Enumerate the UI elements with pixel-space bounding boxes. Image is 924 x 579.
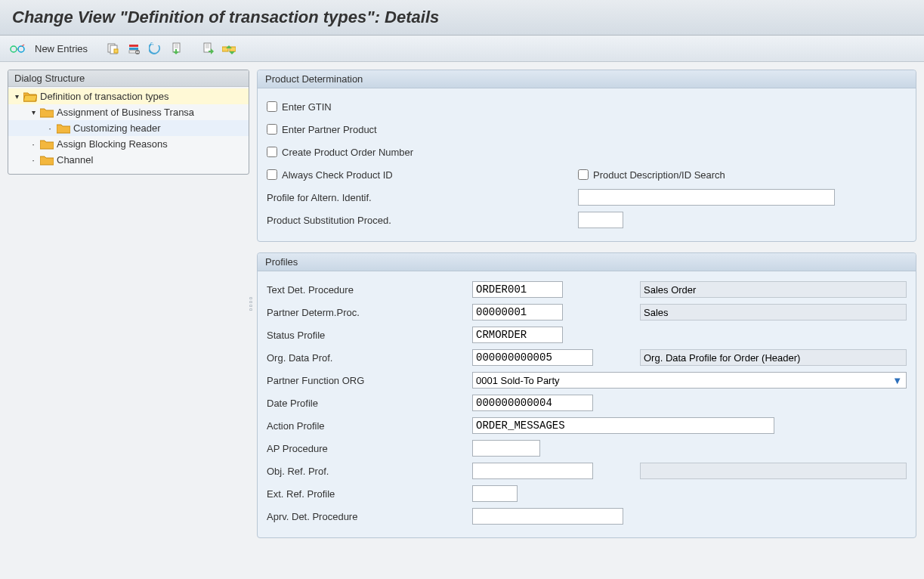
svg-rect-9 <box>136 51 139 52</box>
tree-item-customizing[interactable]: · Customizing header <box>8 120 249 136</box>
text-det-desc <box>640 281 907 298</box>
status-profile-input[interactable] <box>472 327 563 343</box>
date-profile-input[interactable] <box>472 395 593 411</box>
partner-det-desc <box>640 304 907 320</box>
tree-item-channel[interactable]: · Channel <box>8 152 249 168</box>
checkbox-input[interactable] <box>267 124 277 135</box>
leaf-icon: · <box>29 138 37 150</box>
checkbox-label: Enter Partner Product <box>282 124 377 135</box>
page-title: Change View "Definition of transaction t… <box>0 0 924 36</box>
delete-icon[interactable] <box>125 40 142 57</box>
undo-icon[interactable] <box>147 40 163 57</box>
splitter-handle[interactable]: ▫▫▫▫ <box>249 296 253 311</box>
checkbox-label: Create Product Order Number <box>282 147 413 158</box>
field-label: Partner Function ORG <box>267 375 463 386</box>
previous-icon[interactable] <box>168 40 184 57</box>
tree-label: Assign Blocking Reasons <box>57 138 168 150</box>
folder-icon <box>40 155 54 166</box>
sidebar-header: Dialog Structure <box>8 70 249 87</box>
partner-func-input[interactable] <box>472 372 907 389</box>
ext-ref-input[interactable] <box>472 485 518 502</box>
transport-icon[interactable] <box>221 40 237 57</box>
toolbar: New Entries <box>0 36 924 62</box>
tree-label: Channel <box>57 154 93 166</box>
tree-label: Customizing header <box>73 122 161 134</box>
dialog-structure-sidebar: Dialog Structure ▾ Definition of transac… <box>8 70 249 175</box>
action-profile-input[interactable] <box>472 417 774 434</box>
tree-label: Definition of transaction types <box>40 91 169 102</box>
field-label: AP Procedure <box>267 443 463 454</box>
collapse-icon[interactable]: ▾ <box>13 92 20 101</box>
checkbox-label: Product Description/ID Search <box>593 169 725 181</box>
aprv-det-input[interactable] <box>472 508 623 525</box>
svg-rect-4 <box>114 49 118 53</box>
product-determination-panel: Product Determination Enter GTIN Enter P… <box>257 70 916 242</box>
field-label: Action Profile <box>267 420 463 432</box>
checkbox-label: Always Check Product ID <box>282 169 393 181</box>
folder-open-icon <box>23 91 37 102</box>
checkbox-input[interactable] <box>267 169 277 180</box>
panel-header: Product Determination <box>258 70 916 88</box>
enter-gtin-checkbox[interactable]: Enter GTIN <box>267 101 463 113</box>
partner-det-input[interactable] <box>472 304 563 320</box>
checkbox-input[interactable] <box>578 169 589 180</box>
folder-icon <box>57 123 70 134</box>
collapse-icon[interactable]: ▾ <box>29 108 37 116</box>
subst-proced-input[interactable] <box>578 212 623 228</box>
field-label: Org. Data Prof. <box>267 352 463 364</box>
svg-point-1 <box>18 46 24 52</box>
desc-search-checkbox[interactable]: Product Description/ID Search <box>578 169 907 181</box>
next-icon[interactable] <box>199 40 216 57</box>
org-data-desc <box>640 349 907 366</box>
folder-icon <box>40 107 54 118</box>
new-entries-button[interactable]: New Entries <box>30 42 92 56</box>
svg-rect-6 <box>129 48 138 50</box>
profiles-panel: Profiles Text Det. Procedure Partner Det… <box>257 252 916 538</box>
always-check-checkbox[interactable]: Always Check Product ID <box>267 169 569 181</box>
field-label: Status Profile <box>267 330 463 341</box>
profile-altern-input[interactable] <box>578 189 835 206</box>
tree-label: Assignment of Business Transa <box>57 107 194 118</box>
enter-partner-checkbox[interactable]: Enter Partner Product <box>267 124 463 135</box>
checkbox-input[interactable] <box>267 147 277 157</box>
field-label: Product Substitution Proced. <box>267 215 569 226</box>
copy-icon[interactable] <box>104 40 121 57</box>
field-label: Profile for Altern. Identif. <box>267 192 569 203</box>
tree-item-blocking[interactable]: · Assign Blocking Reasons <box>8 136 249 152</box>
checkbox-input[interactable] <box>267 101 277 112</box>
panel-header: Profiles <box>258 253 916 271</box>
field-label: Date Profile <box>267 398 463 409</box>
field-label: Obj. Ref. Prof. <box>267 466 463 477</box>
svg-point-0 <box>11 46 17 52</box>
leaf-icon: · <box>46 122 54 134</box>
glasses-icon[interactable] <box>9 40 26 57</box>
leaf-icon: · <box>29 154 37 166</box>
obj-ref-input[interactable] <box>472 463 593 479</box>
svg-rect-5 <box>129 45 138 47</box>
tree-item-definition[interactable]: ▾ Definition of transaction types <box>8 88 249 104</box>
create-pon-checkbox[interactable]: Create Product Order Number <box>267 147 463 158</box>
field-label: Text Det. Procedure <box>267 284 463 296</box>
obj-ref-desc <box>640 463 907 479</box>
field-label: Ext. Ref. Profile <box>267 488 463 500</box>
partner-func-select[interactable]: ▼ <box>472 372 907 389</box>
checkbox-label: Enter GTIN <box>282 101 332 113</box>
field-label: Partner Determ.Proc. <box>267 307 463 318</box>
field-label: Aprv. Det. Procedure <box>267 511 463 522</box>
ap-procedure-input[interactable] <box>472 440 540 457</box>
text-det-input[interactable] <box>472 281 563 298</box>
folder-icon <box>40 139 54 150</box>
tree-item-assignment[interactable]: ▾ Assignment of Business Transa <box>8 104 249 120</box>
org-data-input[interactable] <box>472 349 593 366</box>
